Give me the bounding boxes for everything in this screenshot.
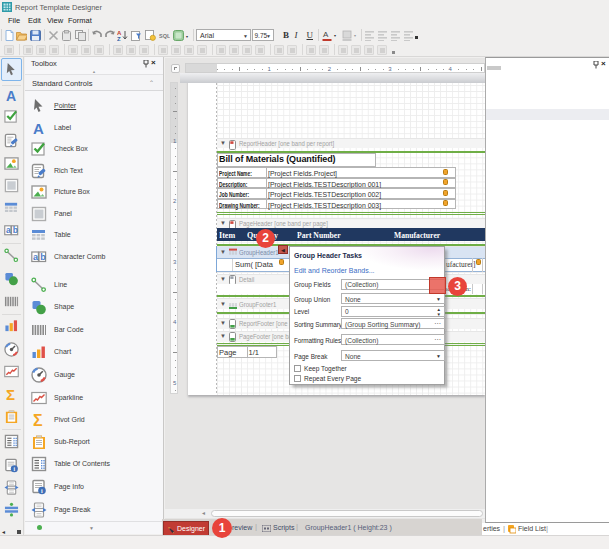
svg-text:Σ: Σ: [33, 412, 43, 428]
svg-text:A: A: [6, 88, 16, 103]
svg-text:b: b: [40, 252, 46, 262]
svg-text:Z: Z: [117, 36, 121, 41]
svg-text:Σ: Σ: [6, 387, 15, 402]
svg-text:A: A: [33, 120, 44, 136]
svg-text:a: a: [6, 225, 11, 235]
svg-text:A: A: [323, 30, 329, 39]
svg-text:b: b: [13, 225, 18, 235]
svg-text:SQL: SQL: [159, 33, 170, 39]
